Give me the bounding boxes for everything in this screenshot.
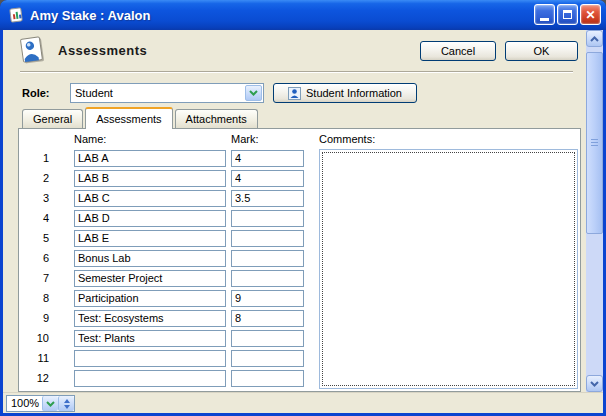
- comments-label: Comments:: [319, 133, 375, 145]
- table-row: 1: [19, 148, 319, 168]
- zoom-stepper[interactable]: [58, 396, 74, 411]
- minimize-icon: [540, 18, 549, 21]
- table-row: 10: [19, 328, 319, 348]
- assessment-name-input[interactable]: [74, 310, 226, 327]
- chevron-down-icon[interactable]: [245, 85, 262, 101]
- person-card-icon: [17, 35, 47, 65]
- assessment-mark-input[interactable]: [231, 210, 304, 227]
- window-title: Amy Stake : Avalon: [30, 8, 150, 23]
- row-number: 8: [19, 292, 49, 304]
- role-select[interactable]: Student: [70, 83, 264, 103]
- stepper-down-icon: [64, 405, 70, 409]
- assessment-mark-input[interactable]: [231, 190, 304, 207]
- row-number: 3: [19, 192, 49, 204]
- assessment-mark-input[interactable]: [231, 270, 304, 287]
- row-number: 12: [19, 372, 49, 384]
- row-number: 7: [19, 272, 49, 284]
- status-bar: 100%: [3, 392, 603, 413]
- table-row: 4: [19, 208, 319, 228]
- assessment-name-input[interactable]: [74, 230, 226, 247]
- assessment-mark-input[interactable]: [231, 370, 304, 387]
- header-divider: [20, 71, 573, 73]
- scrollbar-grip-icon: [591, 139, 598, 147]
- tab-general[interactable]: General: [22, 109, 83, 128]
- assessment-name-input[interactable]: [74, 250, 226, 267]
- scrollbar-thumb[interactable]: [586, 52, 603, 234]
- title-bar[interactable]: Amy Stake : Avalon ✕: [0, 0, 606, 30]
- minimize-button[interactable]: [534, 4, 555, 25]
- row-number: 11: [19, 352, 49, 364]
- row-number: 9: [19, 312, 49, 324]
- name-column-header: Name:: [74, 133, 106, 145]
- zoom-value: 100%: [7, 396, 42, 411]
- comments-textarea[interactable]: [323, 153, 574, 385]
- table-row: 8: [19, 288, 319, 308]
- close-icon: ✕: [585, 9, 595, 21]
- scroll-down-button[interactable]: [586, 375, 603, 392]
- table-row: 5: [19, 228, 319, 248]
- app-icon: [8, 7, 25, 24]
- student-information-label: Student Information: [306, 87, 402, 99]
- assessment-name-input[interactable]: [74, 370, 226, 387]
- person-icon: [288, 87, 301, 100]
- comments-focus-border: [322, 152, 575, 386]
- assessment-rows: 1 2 3 4 5 6 7 8 9: [19, 148, 319, 388]
- ok-button[interactable]: OK: [505, 41, 578, 61]
- stepper-up-icon: [64, 399, 70, 403]
- chevron-up-icon: [590, 36, 599, 42]
- assessment-name-input[interactable]: [74, 190, 226, 207]
- assessment-name-input[interactable]: [74, 270, 226, 287]
- assessment-mark-input[interactable]: [231, 290, 304, 307]
- dialog-window: Amy Stake : Avalon ✕ Assessments Cancel …: [0, 0, 606, 416]
- row-number: 2: [19, 172, 49, 184]
- role-selected-value: Student: [75, 87, 113, 99]
- assessment-mark-input[interactable]: [231, 310, 304, 327]
- row-number: 4: [19, 212, 49, 224]
- assessments-panel: Name: Mark: Comments: 1 2 3 4 5 6 7: [18, 128, 581, 392]
- tab-bar: General Assessments Attachments: [22, 106, 260, 128]
- table-row: 11: [19, 348, 319, 368]
- dialog-content: Assessments Cancel OK Role: Student Stud…: [3, 30, 603, 413]
- row-number: 10: [19, 332, 49, 344]
- chevron-down-icon: [590, 381, 599, 387]
- chevron-down-icon: [46, 401, 55, 407]
- tab-attachments[interactable]: Attachments: [175, 109, 258, 128]
- table-row: 3: [19, 188, 319, 208]
- row-number: 1: [19, 152, 49, 164]
- assessment-mark-input[interactable]: [231, 250, 304, 267]
- cancel-button[interactable]: Cancel: [420, 41, 496, 61]
- row-number: 5: [19, 232, 49, 244]
- assessment-name-input[interactable]: [74, 170, 226, 187]
- assessment-mark-input[interactable]: [231, 230, 304, 247]
- close-button[interactable]: ✕: [580, 4, 601, 25]
- comments-box: [319, 149, 578, 389]
- table-row: 9: [19, 308, 319, 328]
- maximize-button[interactable]: [557, 4, 578, 25]
- assessment-name-input[interactable]: [74, 330, 226, 347]
- table-row: 7: [19, 268, 319, 288]
- scroll-up-button[interactable]: [586, 30, 603, 47]
- assessment-name-input[interactable]: [74, 350, 226, 367]
- row-number: 6: [19, 252, 49, 264]
- table-row: 6: [19, 248, 319, 268]
- assessment-mark-input[interactable]: [231, 350, 304, 367]
- assessment-name-input[interactable]: [74, 210, 226, 227]
- role-label: Role:: [22, 87, 50, 99]
- assessment-mark-input[interactable]: [231, 150, 304, 167]
- assessment-mark-input[interactable]: [231, 330, 304, 347]
- assessment-name-input[interactable]: [74, 290, 226, 307]
- tab-assessments[interactable]: Assessments: [85, 107, 172, 129]
- maximize-icon: [563, 10, 572, 19]
- zoom-control: 100%: [6, 395, 75, 412]
- page-title: Assessments: [58, 43, 147, 58]
- table-row: 12: [19, 368, 319, 388]
- zoom-dropdown-button[interactable]: [42, 396, 58, 411]
- mark-column-header: Mark:: [231, 133, 259, 145]
- table-row: 2: [19, 168, 319, 188]
- vertical-scrollbar[interactable]: [586, 30, 603, 392]
- student-information-button[interactable]: Student Information: [273, 83, 417, 103]
- assessment-name-input[interactable]: [74, 150, 226, 167]
- assessment-mark-input[interactable]: [231, 170, 304, 187]
